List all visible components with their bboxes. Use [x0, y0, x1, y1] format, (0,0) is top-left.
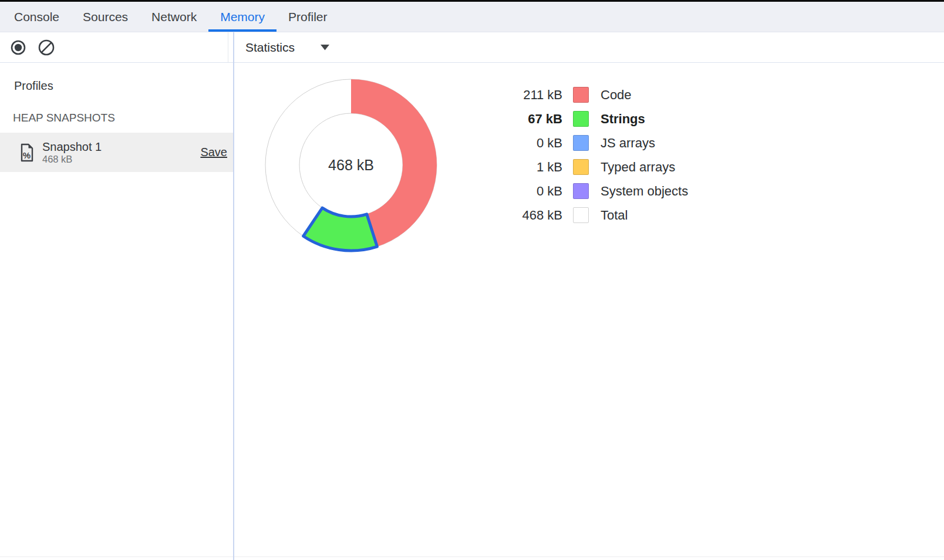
- legend-swatch-icon: [573, 135, 589, 151]
- tab-profiler[interactable]: Profiler: [277, 2, 339, 32]
- sidebar-item-snapshot-1[interactable]: % Snapshot 1 468 kB Save: [0, 133, 233, 172]
- legend-swatch-icon: [573, 87, 589, 103]
- record-heap-snapshot-button[interactable]: [10, 39, 26, 56]
- snapshot-subtitle: 468 kB: [42, 154, 102, 165]
- legend-value: 0 kB: [492, 184, 562, 199]
- legend-value: 211 kB: [492, 87, 562, 103]
- perspective-select-value: Statistics: [245, 41, 295, 55]
- record-icon: [10, 39, 26, 56]
- clear-all-profiles-button[interactable]: [38, 39, 55, 56]
- view-toolbar: Statistics: [228, 32, 944, 62]
- heap-statistics-donut-chart[interactable]: [251, 65, 451, 265]
- chart-legend: 211 kBCode67 kBStrings0 kBJS arrays1 kBT…: [492, 83, 688, 227]
- legend-row-js-arrays[interactable]: 0 kBJS arrays: [492, 131, 688, 155]
- legend-row-typed-arrays[interactable]: 1 kBTyped arrays: [492, 155, 688, 179]
- legend-swatch-icon: [573, 159, 589, 175]
- legend-label: JS arrays: [601, 136, 655, 151]
- profiles-sidebar: Profiles HEAP SNAPSHOTS % Snapshot 1 468…: [0, 63, 233, 560]
- legend-swatch-icon: [573, 111, 589, 127]
- legend-label: System objects: [601, 184, 688, 199]
- dropdown-arrow-icon: [321, 45, 329, 50]
- legend-label: Code: [601, 87, 632, 103]
- snapshot-title: Snapshot 1: [42, 140, 102, 154]
- memory-panel-content: Profiles HEAP SNAPSHOTS % Snapshot 1 468…: [0, 63, 944, 560]
- tab-memory[interactable]: Memory: [208, 2, 277, 32]
- legend-row-system-objects[interactable]: 0 kBSystem objects: [492, 179, 688, 203]
- tab-bar: ConsoleSourcesNetworkMemoryProfiler: [0, 2, 944, 32]
- tab-sources[interactable]: Sources: [71, 2, 140, 32]
- panel-separator[interactable]: [233, 32, 234, 560]
- legend-value: 67 kB: [492, 112, 562, 127]
- donut-ring-outline: [299, 113, 403, 217]
- legend-label: Typed arrays: [601, 160, 675, 175]
- save-snapshot-link[interactable]: Save: [200, 146, 227, 159]
- toolbar: Statistics: [0, 32, 944, 63]
- snapshot-text: Snapshot 1 468 kB: [42, 140, 102, 165]
- legend-value: 468 kB: [492, 208, 562, 223]
- legend-row-total[interactable]: 468 kBTotal: [492, 203, 688, 227]
- profiles-toolbar: [0, 32, 228, 62]
- heap-snapshot-file-icon: %: [19, 143, 35, 162]
- heap-snapshots-section-heading: HEAP SNAPSHOTS: [13, 111, 233, 125]
- legend-row-code[interactable]: 211 kBCode: [492, 83, 688, 107]
- legend-swatch-icon: [573, 183, 589, 199]
- legend-value: 1 kB: [492, 160, 562, 175]
- profiles-heading: Profiles: [14, 79, 233, 93]
- legend-swatch-icon: [573, 207, 589, 223]
- legend-label: Total: [601, 208, 628, 223]
- tab-network[interactable]: Network: [140, 2, 208, 32]
- legend-value: 0 kB: [492, 136, 562, 151]
- statistics-view: 468 kB 211 kBCode67 kBStrings0 kBJS arra…: [233, 63, 944, 560]
- perspective-select[interactable]: Statistics: [245, 41, 329, 55]
- clear-icon: [38, 39, 55, 56]
- legend-row-strings[interactable]: 67 kBStrings: [492, 107, 688, 131]
- legend-label: Strings: [601, 112, 645, 127]
- window-bottom-edge: [0, 556, 944, 557]
- svg-text:%: %: [23, 150, 31, 160]
- donut-slice-strings[interactable]: [304, 208, 377, 251]
- tab-console[interactable]: Console: [2, 2, 71, 32]
